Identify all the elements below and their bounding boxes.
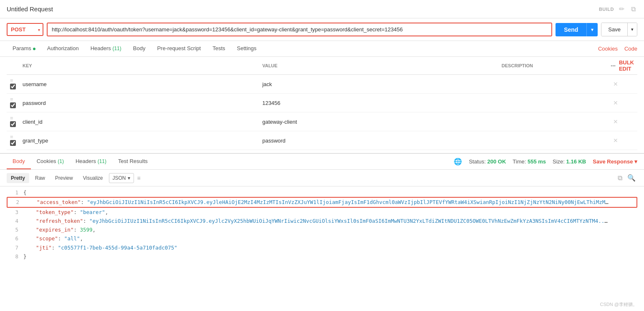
format-chevron: ▾ xyxy=(128,175,130,181)
copy-icon-btn[interactable]: ⧉ xyxy=(616,172,624,184)
format-right-actions: ⧉ 🔍 xyxy=(616,172,637,184)
line-number: 2 xyxy=(8,198,19,206)
format-select[interactable]: JSON ▾ xyxy=(109,173,134,183)
response-tab-test-results[interactable]: Test Results xyxy=(112,154,154,169)
delete-row-btn[interactable]: ✕ xyxy=(611,136,621,145)
json-line-content: } xyxy=(23,252,27,261)
json-line: 3 "token_type": "bearer", xyxy=(7,208,637,217)
desc-cell xyxy=(498,150,607,153)
row-drag-handle: ≡ xyxy=(7,75,19,94)
format-tab-pretty[interactable]: Pretty xyxy=(7,173,29,183)
send-btn-group: Send ▾ xyxy=(556,23,598,36)
top-bar: Untitled Request BUILD ✏ ⧉ xyxy=(0,0,644,18)
code-link[interactable]: Code xyxy=(624,46,637,52)
response-headers-count: (11) xyxy=(98,158,106,164)
json-line-content: "expires_in": 3599, xyxy=(23,225,96,234)
response-tab-cookies[interactable]: Cookies (1) xyxy=(31,154,70,169)
row-drag-handle: ≡ xyxy=(7,112,19,131)
send-dropdown-arrow[interactable]: ▾ xyxy=(586,23,598,36)
row-checkbox[interactable] xyxy=(10,102,16,108)
delete-row-btn[interactable]: ✕ xyxy=(611,80,621,88)
tab-tests[interactable]: Tests xyxy=(207,41,231,56)
save-response-btn[interactable]: Save Response ▾ xyxy=(593,158,637,165)
url-input[interactable] xyxy=(48,23,551,36)
format-bar: Pretty Raw Preview Visualize JSON ▾ ≡ ⧉ … xyxy=(0,170,644,186)
time-label: Time: 555 ms xyxy=(513,158,546,165)
json-line: 8 } xyxy=(7,252,637,261)
val-cell: 123456 xyxy=(259,150,498,153)
cookies-count: (1) xyxy=(58,158,64,164)
line-number: 7 xyxy=(7,243,18,252)
search-icon-btn[interactable]: 🔍 xyxy=(626,172,637,184)
method-select[interactable]: POST GET PUT DELETE PATCH xyxy=(8,24,43,35)
table-row: ≡ username jack ✕ xyxy=(7,75,637,94)
format-type: JSON xyxy=(113,175,126,181)
format-tab-preview[interactable]: Preview xyxy=(51,173,77,183)
wrap-icon-btn[interactable]: ≡ xyxy=(136,173,142,183)
edit-icon-btn[interactable]: ✏ xyxy=(617,4,626,14)
window-icon-btn[interactable]: ⧉ xyxy=(629,5,637,14)
table-row: ≡ password 123456 ✕ xyxy=(7,94,637,112)
col-value: VALUE xyxy=(259,57,498,75)
json-line: 4 "refresh_token": "eyJhbGciOiJIUzI1NiIs… xyxy=(7,217,637,225)
json-line-content: "scope": "all", xyxy=(23,234,83,243)
col-description: DESCRIPTION xyxy=(498,57,607,75)
response-tab-headers[interactable]: Headers (11) xyxy=(70,154,112,169)
response-status: 🌐 Status: 200 OK Time: 555 ms Size: 1.16… xyxy=(454,158,637,166)
response-tab-cookies-label: Cookies (1) xyxy=(37,158,64,164)
tab-body[interactable]: Body xyxy=(127,41,152,56)
bulk-edit-btn[interactable]: Bulk Edit xyxy=(619,59,634,72)
response-tab-body[interactable]: Body xyxy=(7,154,31,169)
line-number: 1 xyxy=(7,188,18,197)
drag-icon[interactable]: ≡ xyxy=(10,134,13,140)
send-button[interactable]: Send xyxy=(556,23,586,36)
th-actions: ••• Bulk Edit xyxy=(611,59,634,72)
drag-icon[interactable]: ≡ xyxy=(10,153,13,153)
cookies-link[interactable]: Cookies xyxy=(598,46,618,52)
save-button[interactable]: Save xyxy=(601,23,627,36)
json-line-content: "token_type": "bearer", xyxy=(23,208,108,217)
format-tab-raw[interactable]: Raw xyxy=(31,173,49,183)
val-cell: gateway-client xyxy=(259,112,498,131)
delete-row-btn[interactable]: ✕ xyxy=(611,99,621,107)
tab-headers[interactable]: Headers (11) xyxy=(85,41,127,56)
tabs-right: Cookies Code xyxy=(598,46,637,52)
drag-icon[interactable]: ≡ xyxy=(10,115,13,121)
tab-authorization[interactable]: Authorization xyxy=(41,41,85,56)
request-tabs-bar: Params Authorization Headers (11) Body P… xyxy=(0,41,644,57)
delete-row-btn[interactable]: ✕ xyxy=(611,117,621,126)
tab-prerequest-label: Pre-request Script xyxy=(157,45,201,51)
key-cell: username xyxy=(19,75,259,94)
line-number: 6 xyxy=(7,234,18,243)
drag-icon[interactable]: ≡ xyxy=(10,96,13,102)
response-tab-test-results-label: Test Results xyxy=(118,158,148,164)
tab-settings[interactable]: Settings xyxy=(231,41,263,56)
params-table: KEY VALUE DESCRIPTION ••• Bulk Edit ≡ us… xyxy=(7,57,637,153)
json-line-content: "jti": "c05577f1-7beb-455d-99a4-5a710fad… xyxy=(23,243,177,252)
tab-body-label: Body xyxy=(133,45,146,51)
table-row: ≡ client_id gateway-client ✕ xyxy=(7,112,637,131)
tab-settings-label: Settings xyxy=(237,45,257,51)
json-line: 6 "scope": "all", xyxy=(7,234,637,243)
row-checkbox[interactable] xyxy=(10,84,16,89)
json-line: 2 "access_token": "eyJhbGciOiJIUzI1NiIsI… xyxy=(7,197,637,207)
format-tab-visualize[interactable]: Visualize xyxy=(79,173,107,183)
more-icon[interactable]: ••• xyxy=(611,63,616,68)
save-dropdown-arrow[interactable]: ▾ xyxy=(627,23,637,36)
json-line: 7 "jti": "c05577f1-7beb-455d-99a4-5a710f… xyxy=(7,243,637,252)
tab-params[interactable]: Params xyxy=(7,41,41,56)
drag-icon[interactable]: ≡ xyxy=(10,77,13,84)
val-cell: password xyxy=(259,131,498,150)
line-number: 5 xyxy=(7,225,18,234)
tab-tests-label: Tests xyxy=(212,45,225,51)
key-cell: client_secret xyxy=(19,150,259,153)
row-drag-handle: ≡ xyxy=(7,150,19,153)
params-scroll: KEY VALUE DESCRIPTION ••• Bulk Edit ≡ us… xyxy=(7,57,637,153)
tab-prerequest[interactable]: Pre-request Script xyxy=(151,41,207,56)
method-wrapper: POST GET PUT DELETE PATCH xyxy=(7,23,43,36)
globe-icon: 🌐 xyxy=(454,158,462,166)
row-checkbox[interactable] xyxy=(10,140,16,146)
time-value: 555 ms xyxy=(528,158,546,165)
row-checkbox[interactable] xyxy=(10,121,16,127)
table-row: ≡ grant_type password ✕ xyxy=(7,131,637,150)
